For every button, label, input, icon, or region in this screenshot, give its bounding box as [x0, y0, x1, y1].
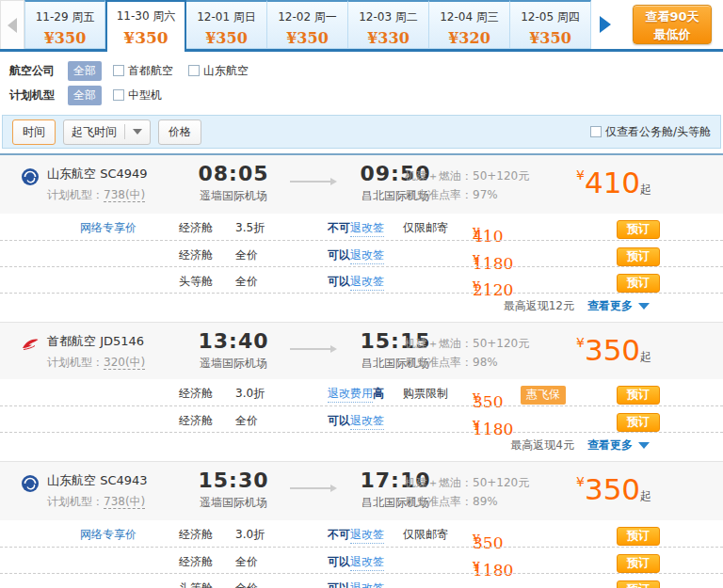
- cabin-class: 头等舱: [179, 274, 213, 290]
- fees-block: 机建＋燃油：50+120元 历史准点率：98%: [405, 334, 529, 372]
- tab-date-label: 12-04 周三: [429, 9, 509, 25]
- book-button[interactable]: 预订: [617, 413, 660, 432]
- fare-row: 头等舱 全价 可以退改签 ¥2120 预订: [0, 573, 723, 588]
- currency-symbol: ¥: [576, 167, 585, 183]
- punctuality-rate: 历史准点率：89%: [405, 492, 529, 511]
- view-more-link[interactable]: 查看更多: [587, 438, 633, 452]
- book-button[interactable]: 预订: [617, 580, 660, 588]
- book-button[interactable]: 预订: [617, 554, 660, 573]
- cabin-class: 经济舱: [179, 220, 213, 236]
- filter-panel: 航空公司 全部 首都航空 山东航空 计划机型 全部 中型机: [0, 52, 723, 113]
- medium-aircraft-checkbox[interactable]: [113, 89, 124, 101]
- flight-card-jd5146: 首都航空 JD5146 计划机型：320(中) 13:40 遥墙国际机场 15:…: [0, 322, 723, 457]
- book-button[interactable]: 预订: [617, 220, 660, 239]
- max-cashback: 最高返现12元: [504, 299, 574, 312]
- refund-policy-link[interactable]: 可以退改签: [328, 247, 384, 264]
- price-qi-suffix: 起: [640, 350, 651, 363]
- airline-name: 山东航空: [47, 473, 96, 487]
- refund-policy-link[interactable]: 可以退改签: [328, 413, 384, 430]
- cabin-class: 经济舱: [179, 386, 213, 402]
- view-90day-lowest-price-button[interactable]: 查看90天 最低价: [633, 5, 712, 44]
- departure-airport: 遥墙国际机场: [177, 495, 290, 511]
- flight-direction-arrow-icon: [290, 181, 335, 183]
- filter-medium-aircraft[interactable]: 中型机: [113, 87, 162, 103]
- discount: 3.5折: [235, 220, 265, 236]
- chevron-down-icon: [638, 442, 650, 449]
- sort-by-price-button[interactable]: 价格: [158, 119, 201, 145]
- shandong-airlines-label: 山东航空: [203, 63, 249, 79]
- sort-by-time-button[interactable]: 时间: [12, 119, 56, 145]
- book-button[interactable]: 预订: [617, 527, 660, 546]
- refund-policy-link[interactable]: 不可退改签: [328, 220, 384, 237]
- date-tab-1-selected[interactable]: 11-30 周六 ¥350: [105, 0, 186, 52]
- view-more-link[interactable]: 查看更多: [587, 299, 633, 312]
- filter-shandong-airlines[interactable]: 山东航空: [188, 63, 249, 79]
- depart-time-select[interactable]: 起飞时间: [63, 119, 151, 145]
- date-tab-4[interactable]: 12-03 周二 ¥330: [348, 0, 429, 49]
- date-tab-0[interactable]: 11-29 周五 ¥350: [24, 0, 105, 49]
- refund-policy-link[interactable]: 可以退改签: [328, 554, 384, 571]
- tab-date-label: 12-05 周四: [510, 9, 590, 25]
- sort-bar: 时间 起飞时间 价格 仅查看公务舱/头等舱: [2, 115, 721, 149]
- refund-policy-link[interactable]: 不可退改签: [328, 527, 384, 544]
- airline-all-button[interactable]: 全部: [68, 61, 102, 81]
- net-exclusive-price-link[interactable]: 网络专享价: [80, 220, 137, 236]
- filter-capital-airlines[interactable]: 首都航空: [113, 63, 173, 79]
- cabin-only-filter[interactable]: 仅查看公务舱/头等舱: [590, 124, 711, 140]
- discount: 3.0折: [235, 386, 265, 402]
- aircraft-type-link[interactable]: 738(中): [104, 495, 145, 509]
- refund-policy-link[interactable]: 高退改费用: [328, 386, 384, 403]
- aircraft-type-link[interactable]: 738(中): [104, 188, 145, 202]
- cabin-class: 经济舱: [179, 527, 213, 543]
- capital-airlines-logo-icon: [21, 335, 40, 354]
- shandong-airlines-checkbox[interactable]: [188, 65, 200, 76]
- tab-price: ¥320: [429, 29, 509, 47]
- aircraft-label: 计划机型：: [47, 188, 104, 201]
- discount: 全价: [235, 580, 258, 588]
- book-button[interactable]: 预订: [617, 386, 660, 405]
- airline-filter-label: 航空公司: [9, 63, 68, 79]
- aircraft-type-link[interactable]: 320(中): [104, 356, 145, 370]
- capital-airlines-label: 首都航空: [128, 63, 173, 79]
- cabin-class: 头等舱: [179, 580, 213, 588]
- refund-policy-link[interactable]: 可以退改签: [328, 580, 384, 588]
- aircraft-line: 计划机型：738(中): [47, 494, 145, 510]
- book-button[interactable]: 预订: [617, 274, 660, 293]
- shandong-airlines-logo-icon: [21, 474, 40, 493]
- aircraft-all-button[interactable]: 全部: [68, 86, 102, 105]
- book-button[interactable]: 预订: [617, 247, 660, 266]
- refund-policy-link[interactable]: 可以退改签: [328, 274, 384, 291]
- chevron-left-icon: [8, 18, 17, 33]
- discount: 全价: [235, 247, 258, 263]
- date-tab-3[interactable]: 12-02 周一 ¥350: [267, 0, 348, 49]
- price-amount: 410: [585, 166, 640, 199]
- date-tab-2[interactable]: 12-01 周日 ¥350: [186, 0, 267, 49]
- select-divider: [124, 124, 125, 139]
- date-tab-5[interactable]: 12-04 周三 ¥320: [429, 0, 510, 49]
- flight-header: 山东航空 SC4949 计划机型：738(中) 08:05 遥墙国际机场 09:…: [0, 155, 723, 214]
- next-dates-button[interactable]: [591, 0, 619, 49]
- cabin-only-label: 仅查看公务舱/头等舱: [605, 124, 711, 140]
- departure-block: 08:05 遥墙国际机场: [177, 162, 290, 204]
- cabin-class: 经济舱: [179, 247, 213, 263]
- cabin-only-checkbox[interactable]: [590, 126, 602, 137]
- depart-time-select-value: 起飞时间: [72, 124, 117, 140]
- tab-date-label: 11-29 周五: [25, 9, 104, 25]
- capital-airlines-checkbox[interactable]: [113, 65, 124, 76]
- huifeibao-badge: 惠飞保: [521, 386, 566, 405]
- fare-row: 经济舱 全价 可以退改签 ¥1180 预订: [0, 240, 723, 266]
- aircraft-line: 计划机型：738(中): [47, 187, 145, 203]
- aircraft-filter-label: 计划机型: [9, 87, 68, 103]
- aircraft-label: 计划机型：: [47, 495, 104, 508]
- lowest-price: ¥350起: [576, 333, 651, 367]
- restriction-note: 仅限邮寄: [403, 527, 448, 543]
- tab-date-label: 12-03 周二: [348, 9, 428, 25]
- date-tabbar: 11-29 周五 ¥350 11-30 周六 ¥350 12-01 周日 ¥35…: [0, 0, 723, 52]
- date-tab-6[interactable]: 12-05 周四 ¥350: [510, 0, 591, 49]
- prev-dates-button[interactable]: [0, 0, 24, 49]
- chevron-down-icon: [133, 129, 142, 135]
- tab-price: ¥350: [25, 29, 104, 47]
- net-exclusive-price-link[interactable]: 网络专享价: [80, 527, 137, 543]
- discount: 3.0折: [235, 527, 265, 543]
- flight-card-sc4949: 山东航空 SC4949 计划机型：738(中) 08:05 遥墙国际机场 09:…: [0, 155, 723, 318]
